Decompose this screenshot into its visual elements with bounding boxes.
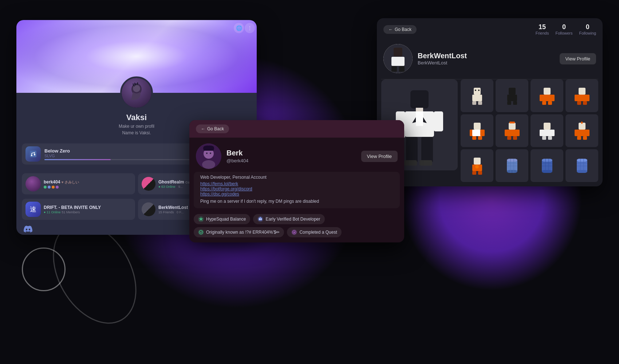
hypesquad-icon — [198, 216, 204, 222]
roblox-back-arrow: ← — [389, 27, 393, 32]
badge-originally-known: Originally known as !?# ERR404%'$✏ — [194, 227, 284, 237]
roblox-item-orange6[interactable] — [461, 149, 493, 182]
bio-link-1[interactable]: https://fems.lol/berk — [200, 181, 393, 186]
svg-rect-60 — [474, 123, 481, 130]
roblox-username: BerkWentLost — [418, 52, 555, 60]
roblox-view-profile-button[interactable]: View Profile — [560, 53, 596, 64]
roblox-item-plain[interactable] — [461, 79, 493, 112]
roblox-back-button[interactable]: ← Go Back — [383, 25, 417, 34]
friend-avatar-bwl — [142, 202, 155, 216]
followers-label: Followers — [555, 31, 572, 35]
friend-badges-berk — [44, 186, 79, 189]
friends-label: Friends — [536, 31, 549, 35]
roblox-item-can3[interactable] — [565, 149, 598, 182]
svg-rect-72 — [513, 136, 517, 140]
svg-rect-42 — [507, 95, 517, 101]
svg-point-8 — [206, 153, 208, 154]
drift-status: ● 11 Online 51 Members — [44, 210, 101, 214]
svg-point-36 — [478, 90, 480, 91]
friend-avatar-ghost — [142, 177, 155, 191]
svg-rect-70 — [515, 130, 520, 136]
svg-rect-97 — [507, 159, 517, 162]
svg-rect-67 — [509, 123, 516, 130]
svg-point-7 — [202, 160, 215, 169]
svg-rect-51 — [548, 101, 552, 105]
popup-back-button[interactable]: ← Go Back — [196, 124, 229, 133]
roblox-item-orange4[interactable] — [496, 114, 528, 147]
svg-point-35 — [475, 90, 476, 91]
svg-rect-92 — [472, 171, 476, 175]
svg-rect-20 — [399, 66, 405, 72]
svg-rect-25 — [416, 111, 423, 126]
svg-rect-114 — [577, 170, 587, 173]
more-options-icon[interactable]: ⋮ — [245, 23, 255, 33]
roblox-profile-card: ← Go Back 15 Friends 0 Followers 0 Follo… — [377, 18, 603, 186]
svg-rect-39 — [478, 101, 482, 105]
svg-rect-85 — [585, 130, 590, 136]
music-icon — [25, 146, 41, 162]
bio-link-2[interactable]: https://botforge.org/discord — [200, 186, 393, 191]
bio-note: Ping me on a server if I don't reply, my… — [200, 199, 393, 204]
completed-quest-label: Completed a Quest — [299, 230, 337, 235]
svg-rect-38 — [472, 101, 476, 105]
roblox-item-can2[interactable] — [531, 149, 563, 182]
svg-rect-113 — [577, 159, 587, 162]
svg-rect-31 — [404, 160, 417, 166]
svg-rect-34 — [474, 88, 481, 95]
roblox-header: ← Go Back 15 Friends 0 Followers 0 Follo… — [377, 18, 603, 40]
roblox-item-orange2[interactable] — [565, 79, 598, 112]
originally-known-label: Originally known as !?# ERR404%'$✏ — [206, 230, 280, 235]
svg-rect-43 — [507, 101, 511, 105]
drift-info: DRIFT. - BETA INVITE ONLY ● 11 Online 51… — [44, 205, 101, 214]
popup-user-avatar — [196, 143, 221, 169]
svg-point-4 — [34, 154, 35, 155]
svg-rect-49 — [550, 95, 555, 101]
roblox-item-black[interactable] — [496, 79, 528, 112]
svg-point-13 — [261, 219, 262, 220]
svg-rect-2 — [30, 151, 36, 157]
svg-rect-37 — [472, 95, 482, 101]
roblox-stats: 15 Friends 0 Followers 0 Following — [536, 23, 596, 35]
popup-username: Berk — [226, 149, 356, 157]
badge-dot-blue — [48, 186, 51, 189]
progress-bar-fill — [44, 159, 111, 160]
svg-rect-73 — [509, 122, 515, 123]
bot-dev-icon — [257, 216, 263, 222]
badge-dot-orange — [52, 186, 55, 189]
discord-banner: 🌐 ⋮ — [16, 20, 257, 93]
stat-followers: 0 Followers — [555, 23, 572, 35]
svg-rect-22 — [410, 90, 429, 108]
roblox-item-orange3[interactable] — [461, 114, 493, 147]
following-label: Following — [579, 31, 596, 35]
roblox-item-orange1[interactable] — [531, 79, 563, 112]
roblox-handle: BerkWentLost — [418, 60, 555, 66]
svg-rect-56 — [585, 95, 590, 101]
avatar-image — [122, 78, 151, 108]
friend-info-berk: berk404 ♥ さみしい — [44, 179, 79, 189]
globe-icon[interactable]: 🌐 — [234, 23, 244, 33]
roblox-content — [377, 79, 603, 186]
svg-rect-106 — [542, 170, 552, 173]
user-avatar — [120, 76, 153, 109]
svg-rect-11 — [260, 217, 261, 218]
roblox-item-orange5[interactable] — [565, 114, 598, 147]
svg-rect-41 — [509, 88, 516, 95]
svg-rect-32 — [419, 160, 432, 166]
svg-rect-19 — [391, 66, 397, 72]
popup-bio-section: Web Developer, Personal Account https://… — [194, 172, 400, 208]
svg-rect-93 — [478, 171, 482, 175]
popup-avatar-image — [196, 143, 221, 169]
discord-popup-card: ← Go Back Berk @berk404 — [189, 120, 404, 242]
back-arrow-icon: ← — [201, 126, 205, 131]
svg-rect-86 — [577, 136, 581, 140]
roblox-user-avatar — [383, 44, 413, 73]
drift-icon: 速 — [25, 202, 41, 217]
svg-rect-64 — [472, 136, 476, 140]
roblox-item-white[interactable] — [531, 114, 563, 147]
roblox-item-can1[interactable] — [496, 149, 528, 182]
svg-rect-87 — [583, 136, 587, 140]
roblox-profile-bar: BerkWentLost BerkWentLost View Profile — [377, 40, 603, 79]
bio-link-3[interactable]: https://dsc.gg/codes — [200, 191, 393, 197]
view-profile-button[interactable]: View Profile — [361, 151, 398, 162]
following-count: 0 — [579, 23, 596, 31]
